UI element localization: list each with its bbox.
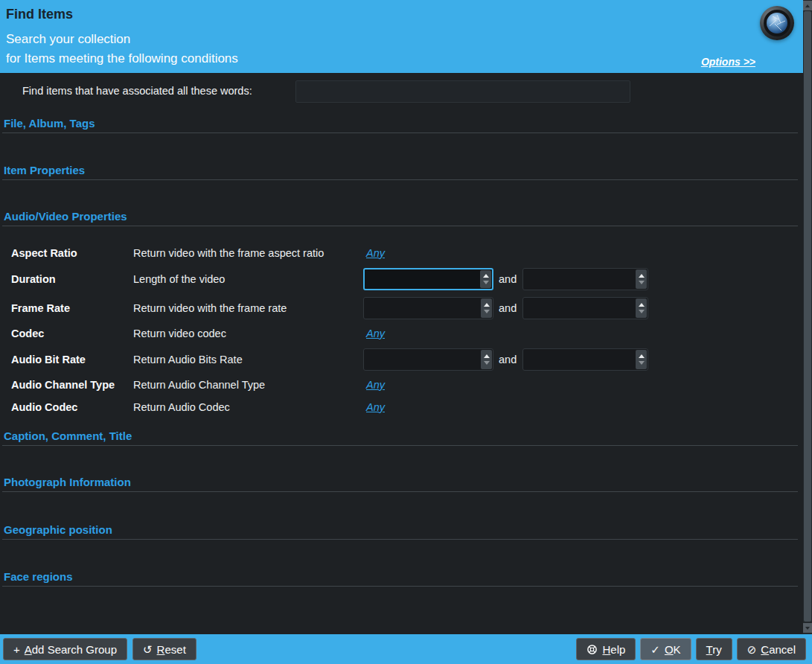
spin-down-icon[interactable] <box>639 310 645 313</box>
spin-up-icon[interactable] <box>639 303 645 307</box>
section-audio-video-properties[interactable]: Audio/Video Properties <box>2 210 798 226</box>
audio-codec-row: Audio Codec Return Audio Codec Any <box>0 395 803 420</box>
audio-codec-desc: Return Audio Codec <box>133 401 363 413</box>
cancel-label: Cancel <box>761 643 796 656</box>
frame-rate-max-input[interactable] <box>526 302 636 314</box>
plus-icon: + <box>13 644 20 655</box>
audio-codec-any-link[interactable]: Any <box>366 401 385 413</box>
audio-channel-type-row: Audio Channel Type Return Audio Channel … <box>0 372 803 398</box>
duration-min-input[interactable] <box>368 273 480 285</box>
page-subtitle: Search your collection for Items meeting… <box>6 30 238 68</box>
page-title: Find Items <box>6 7 73 22</box>
undo-icon: ↺ <box>143 644 153 655</box>
scroll-down-button[interactable] <box>803 623 812 633</box>
frame-rate-max-spin-buttons[interactable] <box>636 299 647 318</box>
audio-bit-rate-row: Audio Bit Rate Return Audio Bits Rate an… <box>0 347 803 372</box>
cancel-circle-icon: ⊘ <box>747 644 757 655</box>
spin-down-icon[interactable] <box>639 361 645 365</box>
try-button[interactable]: Try <box>696 638 732 660</box>
aspect-ratio-any-link[interactable]: Any <box>366 247 385 259</box>
scrollbar-thumb[interactable] <box>804 11 811 622</box>
audio-bit-rate-max-spin-buttons[interactable] <box>636 350 647 369</box>
audio-channel-type-desc: Return Audio Channel Type <box>133 379 363 391</box>
codec-any-link[interactable]: Any <box>366 328 385 339</box>
section-photograph-information[interactable]: Photograph Information <box>2 476 798 492</box>
footer-left-group: + Add Search Group ↺ Reset <box>3 638 196 660</box>
scroll-up-icon <box>805 4 810 7</box>
dialog-header: Find Items Search your collection for It… <box>0 0 803 73</box>
help-label: Help <box>602 643 625 656</box>
footer-right-group: Help ✓ OK Try ⊘ Cancel <box>576 638 806 660</box>
audio-bit-rate-and-label: and <box>499 354 517 365</box>
vertical-scrollbar[interactable] <box>803 0 812 634</box>
search-groups-area: Find items that have associated all thes… <box>0 73 803 634</box>
duration-max-input[interactable] <box>526 273 636 285</box>
frame-rate-min-spinbox[interactable] <box>363 297 493 319</box>
audio-channel-type-label: Audio Channel Type <box>11 379 133 391</box>
spin-down-icon[interactable] <box>484 310 490 313</box>
try-label: Try <box>706 643 722 656</box>
audio-channel-type-any-link[interactable]: Any <box>366 379 385 391</box>
spin-up-icon[interactable] <box>639 354 645 358</box>
duration-row: Duration Length of the video and <box>0 266 803 292</box>
add-search-group-label: Add Search Group <box>25 643 117 656</box>
audio-codec-label: Audio Codec <box>11 401 133 413</box>
frame-rate-min-spin-buttons[interactable] <box>481 299 492 318</box>
spin-down-icon[interactable] <box>483 281 489 284</box>
duration-max-spin-buttons[interactable] <box>636 269 647 289</box>
section-caption-comment-title[interactable]: Caption, Comment, Title <box>2 430 798 446</box>
scroll-up-button[interactable] <box>803 1 812 10</box>
frame-rate-max-spinbox[interactable] <box>522 297 648 319</box>
spin-down-icon[interactable] <box>639 281 645 284</box>
help-button[interactable]: Help <box>576 638 636 660</box>
frame-rate-label: Frame Rate <box>11 302 133 314</box>
spin-up-icon[interactable] <box>484 303 490 307</box>
audio-bit-rate-min-input[interactable] <box>367 354 481 365</box>
section-face-regions[interactable]: Face regions <box>2 570 798 587</box>
keywords-label: Find items that have associated all thes… <box>22 85 252 97</box>
duration-and-label: and <box>499 273 517 285</box>
frame-rate-desc: Return video with the frame rate <box>133 302 363 314</box>
duration-max-spinbox[interactable] <box>522 268 648 290</box>
duration-min-spinbox[interactable] <box>363 268 493 290</box>
aspect-ratio-desc: Return video with the frame aspect ratio <box>133 247 363 259</box>
spin-down-icon[interactable] <box>484 361 490 365</box>
spin-up-icon[interactable] <box>484 354 490 358</box>
frame-rate-row: Frame Rate Return video with the frame r… <box>0 296 803 321</box>
section-geographic-position[interactable]: Geographic position <box>2 523 798 540</box>
audio-bit-rate-min-spinbox[interactable] <box>363 348 493 371</box>
shutter-blades-icon <box>767 13 787 33</box>
frame-rate-min-input[interactable] <box>367 302 481 314</box>
ok-button[interactable]: ✓ OK <box>640 638 691 660</box>
duration-desc: Length of the video <box>133 273 363 285</box>
subtitle-line-2: for Items meeting the following conditio… <box>6 49 238 68</box>
duration-label: Duration <box>11 273 133 285</box>
dialog-button-bar: + Add Search Group ↺ Reset Help ✓ <box>0 634 812 664</box>
audio-bit-rate-max-spinbox[interactable] <box>522 348 648 371</box>
section-item-properties[interactable]: Item Properties <box>2 164 798 180</box>
keywords-input[interactable] <box>295 80 630 103</box>
aspect-ratio-label: Aspect Ratio <box>11 247 133 259</box>
codec-desc: Return video codec <box>133 328 363 339</box>
reset-button[interactable]: ↺ Reset <box>132 638 196 660</box>
audio-bit-rate-label: Audio Bit Rate <box>11 354 133 365</box>
digikam-camera-logo-icon <box>760 6 794 40</box>
codec-row: Codec Return video codec Any <box>0 321 803 346</box>
audio-bit-rate-min-spin-buttons[interactable] <box>481 350 492 369</box>
frame-rate-and-label: and <box>499 302 517 314</box>
codec-label: Codec <box>11 328 133 339</box>
cancel-button[interactable]: ⊘ Cancel <box>737 638 806 660</box>
subtitle-line-1: Search your collection <box>6 30 238 49</box>
options-link[interactable]: Options >> <box>701 56 755 68</box>
spin-up-icon[interactable] <box>483 274 489 278</box>
audio-bit-rate-max-input[interactable] <box>526 354 636 365</box>
spin-up-icon[interactable] <box>639 274 645 278</box>
duration-min-spin-buttons[interactable] <box>480 270 491 288</box>
help-lifebuoy-icon <box>586 644 598 655</box>
checkmark-icon: ✓ <box>650 644 660 655</box>
aspect-ratio-row: Aspect Ratio Return video with the frame… <box>0 240 803 266</box>
scroll-down-icon <box>805 627 810 630</box>
section-file-album-tags[interactable]: File, Album, Tags <box>2 117 798 133</box>
ok-label: OK <box>665 643 681 656</box>
add-search-group-button[interactable]: + Add Search Group <box>3 638 127 660</box>
